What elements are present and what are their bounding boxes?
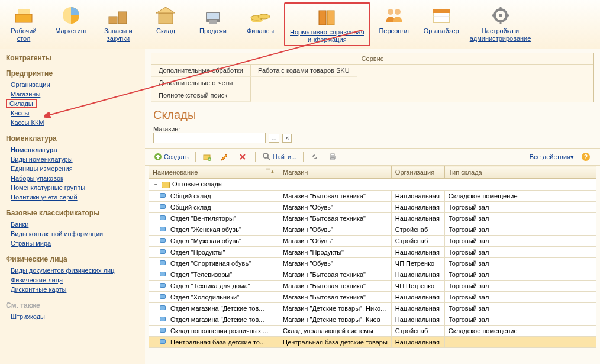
table-row[interactable]: Отдел "Вентиляторы"Магазин "Бытовая техн… [149, 213, 596, 224]
item-icon [160, 227, 166, 231]
item-icon [160, 339, 166, 344]
service-item[interactable]: Дополнительные отчеты [151, 77, 251, 89]
table-row[interactable]: Общий складМагазин "Обувь"НациональнаяТо… [149, 202, 596, 213]
svg-rect-13 [319, 11, 326, 25]
item-icon [160, 260, 166, 265]
expand-icon[interactable]: + [153, 182, 159, 188]
column-header[interactable]: Наименование▔▲ [149, 166, 279, 179]
service-item[interactable]: Полнотекстовый поиск [151, 89, 251, 102]
filter-clear-button[interactable]: × [282, 134, 292, 143]
service-item[interactable]: Работа с кодами товаров SKU [251, 65, 357, 77]
organizer-icon [427, 4, 456, 26]
grid-wrap: Наименование▔▲МагазинОрганизацияТип скла… [149, 166, 596, 364]
shop-filter-input[interactable] [153, 133, 266, 143]
toolbar-inventory[interactable]: Запасы изакупки [95, 2, 142, 46]
toolbar-admin[interactable]: Настройка иадминистрирование [465, 2, 536, 46]
sidebar-item[interactable]: Склады [6, 99, 37, 108]
table-row[interactable]: Отдел "Женская обувь"Магазин "Обувь"Стро… [149, 224, 596, 236]
all-actions-button[interactable]: Все действия ▾ [527, 152, 576, 162]
svg-point-25 [263, 153, 268, 158]
personnel-icon [380, 4, 408, 26]
admin-icon [486, 4, 515, 26]
sidebar-item[interactable]: Единицы измерения [6, 164, 139, 173]
filter-select-button[interactable]: ... [269, 134, 279, 143]
find-button[interactable]: Найти... [260, 151, 299, 163]
sidebar-group: Контрагенты [6, 54, 139, 62]
table-row[interactable]: Склад пополнения розничных ...Склад упра… [149, 326, 596, 337]
toolbar-label: Нормативно-справочнаяинформация [290, 28, 364, 44]
item-icon [160, 305, 166, 310]
item-icon [160, 193, 166, 198]
table-row[interactable]: Отдел "Спортивная обувь"Магазин "Обувь"Ч… [149, 258, 596, 269]
delete-button[interactable] [236, 151, 251, 163]
toolbar-finance[interactable]: Финансы [237, 2, 284, 46]
action-bar: Создать Найти... Все действия ▾ ? [145, 148, 600, 166]
toolbar-organizer[interactable]: Органайзер [418, 2, 465, 46]
folder-plus-icon [202, 152, 212, 162]
link-icon [310, 152, 320, 162]
new-folder-button[interactable] [200, 151, 215, 163]
sidebar-item[interactable]: Наборы упаковок [6, 173, 139, 183]
sidebar-item[interactable]: Кассы [6, 108, 139, 118]
service-body: Дополнительные обработкиДополнительные о… [151, 65, 593, 102]
table-row[interactable]: Отдел "Холодильники"Магазин "Бытовая тех… [149, 292, 596, 303]
sidebar-item[interactable]: Номенклатурные группы [6, 183, 139, 192]
sidebar-item[interactable]: Штрихкоды [6, 312, 139, 321]
toolbar-sales[interactable]: Продажи [189, 2, 237, 46]
item-icon [160, 204, 166, 209]
item-icon [160, 317, 166, 321]
table-folder-row[interactable]: +Оптовые склады [149, 179, 596, 191]
toolbar-marketing[interactable]: Маркетинг [47, 2, 95, 46]
sidebar-item[interactable]: Виды номенклатуры [6, 154, 139, 164]
sidebar-item[interactable]: Страны мира [6, 239, 139, 248]
sidebar-item[interactable]: Номенклатура [6, 145, 139, 154]
item-icon [160, 272, 166, 276]
sidebar-item[interactable]: Организации [6, 80, 139, 89]
filter-label: Магазин: [153, 125, 180, 133]
toolbar-label: Рабочийстол [11, 27, 36, 43]
edit-button[interactable] [218, 151, 233, 163]
link-button[interactable] [308, 151, 323, 163]
svg-point-16 [395, 9, 401, 15]
svg-point-21 [499, 14, 502, 17]
toolbar-personnel[interactable]: Персонал [370, 2, 418, 46]
sidebar-header: Базовые классификаторы [6, 209, 139, 217]
sidebar-header: См. также [6, 301, 139, 310]
finance-icon [246, 4, 275, 26]
sidebar-item[interactable]: Виды контактной информации [6, 229, 139, 239]
sidebar-item[interactable]: Кассы ККМ [6, 118, 139, 127]
toolbar-reference[interactable]: Нормативно-справочнаяинформация [284, 2, 370, 46]
table-row[interactable]: Отдел магазина "Детские тов...Магазин "Д… [149, 314, 596, 326]
separator [303, 152, 304, 162]
sidebar-header: Предприятие [6, 69, 139, 78]
table-row[interactable]: Отдел "Телевизоры"Магазин "Бытовая техни… [149, 269, 596, 281]
table-row[interactable]: Общий складМагазин "Бытовая техника"Наци… [149, 191, 596, 202]
sidebar-item[interactable]: Магазины [6, 89, 139, 99]
column-header[interactable]: Магазин [279, 166, 392, 179]
svg-rect-4 [118, 12, 127, 24]
sidebar-item[interactable]: Физические лица [6, 275, 139, 285]
page-title: Склады [145, 102, 600, 124]
sidebar-item[interactable]: Дисконтные карты [6, 285, 139, 294]
marketing-icon [57, 4, 85, 26]
table-row[interactable]: Отдел "Техника для дома"Магазин "Бытовая… [149, 281, 596, 292]
item-icon [160, 215, 166, 220]
svg-text:?: ? [584, 154, 588, 160]
svg-rect-27 [331, 154, 334, 156]
toolbar-warehouse[interactable]: Склад [142, 2, 189, 46]
toolbar-desktop[interactable]: Рабочийстол [0, 2, 47, 46]
column-header[interactable]: Организация [391, 166, 444, 179]
table-row[interactable]: Отдел "Продукты"Магазин "Продукты"Национ… [149, 247, 596, 258]
create-button[interactable]: Создать [151, 151, 191, 163]
sidebar-item[interactable]: Политики учета серий [6, 192, 139, 202]
service-item[interactable]: Дополнительные обработки [151, 65, 251, 77]
print-button[interactable] [325, 151, 341, 163]
sidebar-item[interactable]: Виды документов физических лиц [6, 266, 139, 275]
sidebar-item[interactable]: Банки [6, 220, 139, 229]
table-row[interactable]: Центральная база детские то...Центральна… [149, 337, 596, 348]
column-header[interactable]: Тип склада [444, 166, 596, 179]
toolbar-label: Запасы изакупки [104, 27, 132, 43]
help-button[interactable]: ? [579, 151, 594, 163]
table-row[interactable]: Отдел магазина "Детские тов...Магазин "Д… [149, 303, 596, 314]
table-row[interactable]: Отдел "Мужская обувь"Магазин "Обувь"Стро… [149, 236, 596, 247]
